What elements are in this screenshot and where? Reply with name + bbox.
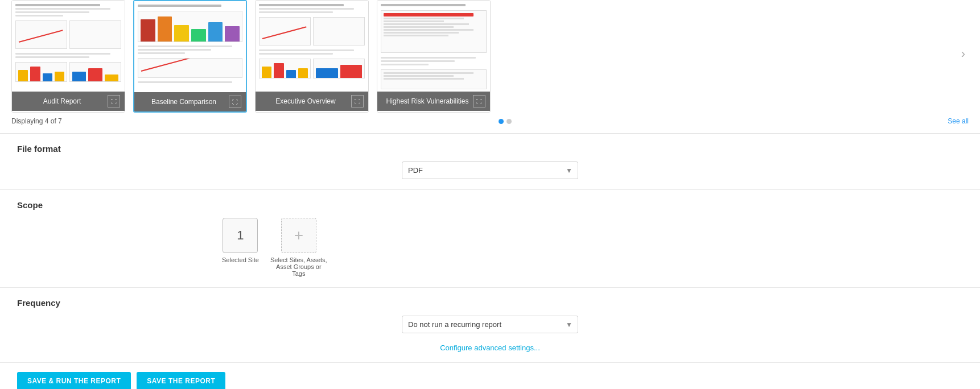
pagination-info: Displaying 4 of 7	[11, 117, 62, 125]
card-label-audit: Audit Report ⛶	[12, 92, 125, 111]
frequency-section: Frequency Do not run a recurring report …	[0, 288, 980, 363]
frequency-select-wrapper: Do not run a recurring report Daily Week…	[402, 316, 578, 333]
scope-add-box: +	[281, 218, 316, 253]
configure-advanced-link[interactable]: Configure advanced settings...	[440, 344, 540, 352]
scope-site-label: Selected Site	[222, 256, 259, 263]
report-card-highest-risk[interactable]: Highest Risk Vulnerabilities ⛶	[377, 0, 491, 113]
card-label-executive: Executive Overview ⛶	[256, 92, 368, 111]
save-run-button[interactable]: SAVE & RUN THE REPORT	[17, 372, 131, 389]
frequency-select[interactable]: Do not run a recurring report Daily Week…	[402, 316, 578, 333]
report-cards-section: Audit Report ⛶ ✔ Selected	[0, 0, 980, 134]
scope-selected-site[interactable]: 1 Selected Site	[222, 218, 259, 263]
expand-icon-executive[interactable]: ⛶	[351, 95, 364, 107]
file-format-section: File format PDF CSV XML ▼	[0, 134, 980, 190]
report-card-baseline[interactable]: ✔ Selected	[133, 0, 247, 113]
frequency-title: Frequency	[17, 298, 963, 308]
file-format-select-wrapper: PDF CSV XML ▼	[402, 162, 578, 179]
report-card-audit[interactable]: Audit Report ⛶	[11, 0, 125, 113]
expand-icon-baseline[interactable]: ⛶	[229, 96, 241, 108]
file-format-content: PDF CSV XML ▼	[17, 162, 963, 179]
pagination-dot-1[interactable]	[499, 119, 504, 124]
scope-add-label: Select Sites, Assets, Asset Groups or Ta…	[270, 256, 327, 277]
carousel-next-button[interactable]: ›	[958, 43, 969, 65]
scope-items: 1 Selected Site + Select Sites, Assets, …	[222, 218, 963, 277]
scope-title: Scope	[17, 200, 963, 210]
save-button[interactable]: SAVE THE REPORT	[137, 372, 225, 389]
pagination-dot-2[interactable]	[507, 119, 512, 124]
expand-icon-audit[interactable]: ⛶	[108, 95, 120, 107]
pagination-dots	[499, 119, 512, 124]
card-label-highest-risk: Highest Risk Vulnerabilities ⛶	[377, 92, 490, 111]
page-wrapper: Audit Report ⛶ ✔ Selected	[0, 0, 980, 389]
scope-site-box: 1	[223, 218, 258, 253]
file-format-title: File format	[17, 144, 963, 154]
cards-carousel: Audit Report ⛶ ✔ Selected	[11, 0, 969, 113]
scope-add-item[interactable]: + Select Sites, Assets, Asset Groups or …	[270, 218, 327, 277]
report-card-executive[interactable]: Executive Overview ⛶	[255, 0, 369, 113]
frequency-select-wrap: Do not run a recurring report Daily Week…	[17, 316, 963, 333]
pagination-row: Displaying 4 of 7 See all	[11, 113, 969, 127]
card-label-baseline: Baseline Comparison ⛶	[134, 92, 246, 111]
card-thumb-baseline: ✔ Selected	[134, 1, 246, 92]
file-format-select[interactable]: PDF CSV XML	[402, 162, 578, 179]
card-thumb-executive	[256, 1, 368, 92]
card-thumb-audit	[12, 1, 125, 92]
see-all-link[interactable]: See all	[948, 117, 969, 125]
bottom-buttons: SAVE & RUN THE REPORT SAVE THE REPORT	[0, 363, 980, 389]
scope-section: Scope 1 Selected Site + Select Sites, As…	[0, 190, 980, 288]
expand-icon-highest-risk[interactable]: ⛶	[473, 95, 485, 107]
card-thumb-highest-risk	[377, 1, 490, 92]
